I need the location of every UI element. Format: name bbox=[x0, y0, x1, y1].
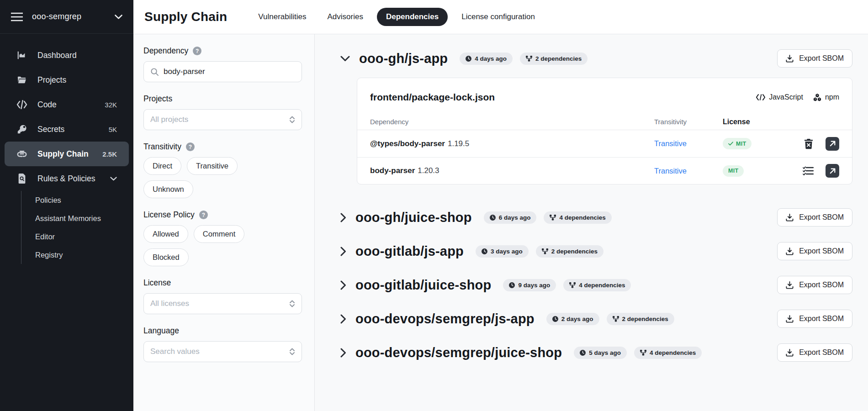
sidebar-item-supply-chain[interactable]: Supply Chain 2.5K bbox=[5, 142, 129, 166]
tab-vulnerabilities[interactable]: Vulnerabilities bbox=[251, 8, 313, 26]
checklist-icon[interactable] bbox=[803, 166, 814, 175]
language-filter-label: Language bbox=[143, 326, 179, 336]
export-sbom-button[interactable]: Export SBOM bbox=[777, 49, 852, 68]
rules-chevron-down-icon bbox=[110, 177, 117, 181]
export-sbom-button[interactable]: Export SBOM bbox=[777, 242, 852, 260]
rules-policies-submenu: Policies Assistant Memories Editor Regis… bbox=[21, 191, 133, 264]
select-stepper-icon bbox=[289, 348, 295, 356]
table-header-row: Dependency Transitivity License bbox=[357, 114, 852, 130]
projects-select[interactable]: All projects bbox=[143, 109, 302, 130]
dependencies-text: 2 dependencies bbox=[535, 55, 582, 62]
repo-name[interactable]: ooo-gh/js-app bbox=[359, 51, 448, 66]
table-row: @types/body-parser1.19.5 Transitive MIT bbox=[357, 130, 852, 157]
transitivity-link[interactable]: Transitive bbox=[654, 167, 723, 175]
tab-license-configuration[interactable]: License configuration bbox=[454, 8, 542, 26]
col-transitivity: Transitivity bbox=[654, 118, 723, 126]
language-select[interactable]: Search values bbox=[143, 341, 302, 362]
download-icon bbox=[786, 281, 794, 289]
license-cell: MIT bbox=[723, 165, 784, 177]
repo-name[interactable]: ooo-gh/juice-shop bbox=[355, 210, 472, 225]
dependencies-text: 4 dependencies bbox=[579, 282, 625, 289]
expand-chevron-right-icon[interactable] bbox=[340, 213, 346, 222]
sidebar-item-rules-policies[interactable]: Rules & Policies bbox=[5, 166, 129, 191]
dependency-graph-icon bbox=[542, 248, 548, 254]
expand-chevron-right-icon[interactable] bbox=[340, 280, 346, 290]
repo-name[interactable]: ooo-devops/semgrep/juice-shop bbox=[355, 345, 562, 360]
export-sbom-label: Export SBOM bbox=[799, 213, 844, 221]
dependency-search-input[interactable]: body-parser bbox=[143, 61, 302, 82]
sidebar-item-count: 32K bbox=[105, 101, 117, 109]
clock-icon bbox=[552, 316, 558, 322]
sidebar-subitem-assistant-memories[interactable]: Assistant Memories bbox=[35, 209, 133, 227]
tab-advisories[interactable]: Advisories bbox=[320, 8, 370, 26]
license-select[interactable]: All licenses bbox=[143, 293, 302, 314]
expand-chevron-right-icon[interactable] bbox=[340, 247, 346, 256]
download-icon bbox=[786, 214, 794, 221]
key-icon bbox=[16, 124, 27, 134]
export-sbom-button[interactable]: Export SBOM bbox=[777, 310, 852, 328]
updated-text: 9 days ago bbox=[518, 282, 550, 289]
check-icon bbox=[728, 142, 733, 146]
export-sbom-button[interactable]: Export SBOM bbox=[777, 276, 852, 294]
updated-text: 5 days ago bbox=[589, 349, 621, 356]
hamburger-menu-icon[interactable] bbox=[11, 12, 23, 21]
sidebar-item-secrets[interactable]: Secrets 5K bbox=[5, 117, 129, 142]
collapse-chevron-down-icon[interactable] bbox=[340, 56, 350, 62]
repo-name[interactable]: ooo-devops/semgrep/js-app bbox=[355, 311, 535, 327]
expand-chevron-right-icon[interactable] bbox=[340, 348, 346, 358]
chip-unknown[interactable]: Unknown bbox=[143, 180, 193, 198]
external-link-button[interactable] bbox=[826, 164, 839, 178]
updated-text: 4 days ago bbox=[475, 55, 507, 62]
package-boxes-icon bbox=[813, 94, 821, 101]
dependency-graph-icon bbox=[640, 350, 646, 356]
license-policy-help-icon[interactable]: ? bbox=[199, 211, 208, 219]
sidebar-item-label: Rules & Policies bbox=[37, 174, 100, 184]
sidebar-item-count: 5K bbox=[109, 126, 117, 133]
dashboard-chart-icon bbox=[16, 50, 27, 60]
chip-transitive[interactable]: Transitive bbox=[187, 157, 238, 175]
dependency-cell: @types/body-parser1.19.5 bbox=[370, 139, 654, 148]
folder-icon bbox=[16, 75, 27, 85]
org-chevron-down-icon[interactable] bbox=[115, 15, 122, 19]
trash-icon[interactable] bbox=[804, 138, 814, 149]
sidebar-item-dashboard[interactable]: Dashboard bbox=[5, 43, 129, 68]
ecosystem-meta: npm bbox=[813, 93, 839, 101]
repo-row: ooo-devops/semgrep/juice-shop 5 days ago… bbox=[340, 340, 852, 365]
chip-blocked[interactable]: Blocked bbox=[143, 248, 189, 266]
download-icon bbox=[786, 349, 794, 357]
repo-row-expanded: ooo-gh/js-app 4 days ago 2 dependencies bbox=[340, 46, 852, 71]
dependencies-table: Dependency Transitivity License @types/b… bbox=[357, 114, 852, 184]
sidebar-subitem-registry[interactable]: Registry bbox=[35, 246, 133, 264]
code-icon bbox=[16, 100, 27, 109]
tab-bar: Vulnerabilities Advisories Dependencies … bbox=[251, 8, 542, 26]
dependencies-badge: 2 dependencies bbox=[607, 313, 674, 325]
projects-select-placeholder: All projects bbox=[150, 115, 285, 124]
repo-name[interactable]: ooo-gitlab/juice-shop bbox=[355, 278, 491, 293]
transitivity-link[interactable]: Transitive bbox=[654, 139, 723, 148]
org-name[interactable]: ooo-semgrep bbox=[32, 12, 106, 21]
sidebar-item-label: Dashboard bbox=[37, 51, 107, 60]
export-sbom-label: Export SBOM bbox=[799, 348, 844, 357]
transitivity-help-icon[interactable]: ? bbox=[186, 142, 195, 151]
license-policy-filter-label: License Policy bbox=[143, 210, 195, 220]
export-sbom-button[interactable]: Export SBOM bbox=[777, 208, 852, 227]
search-icon bbox=[150, 68, 159, 76]
external-link-button[interactable] bbox=[826, 137, 839, 151]
sidebar-item-projects[interactable]: Projects bbox=[5, 68, 129, 92]
chip-comment[interactable]: Comment bbox=[194, 225, 245, 243]
export-sbom-button[interactable]: Export SBOM bbox=[777, 343, 852, 362]
expand-chevron-right-icon[interactable] bbox=[340, 314, 346, 324]
updated-badge: 3 days ago bbox=[476, 245, 529, 258]
sidebar-subitem-policies[interactable]: Policies bbox=[35, 191, 133, 209]
repo-name[interactable]: ooo-gitlab/js-app bbox=[355, 244, 464, 259]
license-select-placeholder: All licenses bbox=[150, 299, 285, 308]
dependency-help-icon[interactable]: ? bbox=[193, 47, 201, 55]
chip-allowed[interactable]: Allowed bbox=[143, 225, 188, 243]
repo-badges: 6 days ago 4 dependencies bbox=[484, 211, 612, 224]
sidebar-item-code[interactable]: Code 32K bbox=[5, 92, 129, 117]
tab-dependencies[interactable]: Dependencies bbox=[377, 8, 448, 26]
sidebar-item-count: 2.5K bbox=[102, 150, 117, 158]
chip-direct[interactable]: Direct bbox=[143, 157, 181, 175]
dependency-version: 1.19.5 bbox=[448, 139, 469, 148]
sidebar-subitem-editor[interactable]: Editor bbox=[35, 227, 133, 246]
